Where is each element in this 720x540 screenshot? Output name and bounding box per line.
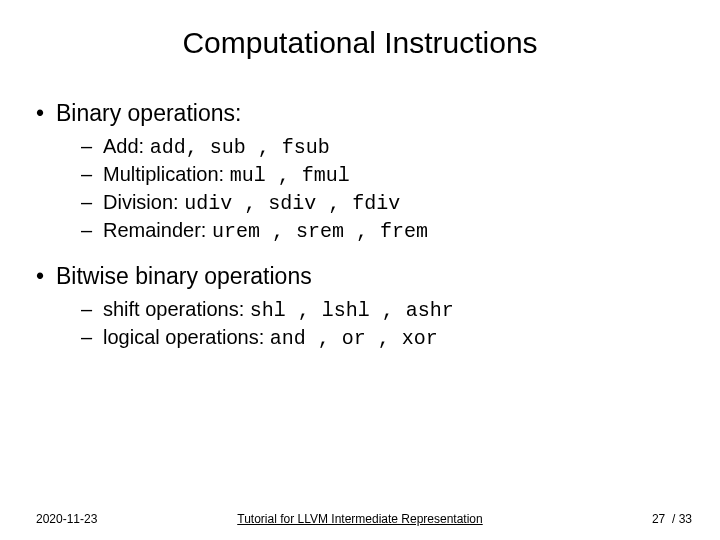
subitem-codes: mul , fmul <box>230 164 350 187</box>
bullet-dot-icon: • <box>36 100 56 127</box>
subitem-div: –Division: udiv , sdiv , fdiv <box>81 189 454 217</box>
footer-subtitle: Tutorial for LLVM Intermediate Represent… <box>0 512 720 526</box>
subitem-label: logical operations: <box>103 326 264 348</box>
subitem-shift: –shift operations: shl , lshl , ashr <box>81 296 454 324</box>
dash-icon: – <box>81 133 103 159</box>
dash-icon: – <box>81 161 103 187</box>
footer-page: 27 / 33 <box>652 512 692 526</box>
slide-content: •Binary operations: –Add: add, sub , fsu… <box>36 100 454 352</box>
subitem-mul: –Multiplication: mul , fmul <box>81 161 454 189</box>
slide: Computational Instructions •Binary opera… <box>0 0 720 540</box>
bullet-dot-icon: • <box>36 263 56 290</box>
subitem-codes: and , or , xor <box>270 327 438 350</box>
slide-title: Computational Instructions <box>0 26 720 60</box>
bullet-text: Binary operations: <box>56 100 241 126</box>
page-current: 27 <box>652 512 665 526</box>
subitem-add: –Add: add, sub , fsub <box>81 133 454 161</box>
page-sep: / <box>665 512 678 526</box>
subitem-codes: urem , srem , frem <box>212 220 428 243</box>
footer: 2020-11-23 Tutorial for LLVM Intermediat… <box>0 506 720 526</box>
subitem-rem: –Remainder: urem , srem , frem <box>81 217 454 245</box>
subitem-label: Multiplication: <box>103 163 224 185</box>
subitem-label: Add: <box>103 135 144 157</box>
subitem-label: Division: <box>103 191 179 213</box>
subitem-label: shift operations: <box>103 298 244 320</box>
dash-icon: – <box>81 189 103 215</box>
subitem-codes: shl , lshl , ashr <box>250 299 454 322</box>
bullet-bitwise-ops: •Bitwise binary operations <box>36 263 454 290</box>
dash-icon: – <box>81 296 103 322</box>
subitem-label: Remainder: <box>103 219 206 241</box>
subitem-codes: udiv , sdiv , fdiv <box>184 192 400 215</box>
subitem-codes: add, sub , fsub <box>150 136 330 159</box>
bullet-binary-ops: •Binary operations: <box>36 100 454 127</box>
bullet-text: Bitwise binary operations <box>56 263 312 289</box>
dash-icon: – <box>81 217 103 243</box>
page-total: 33 <box>679 512 692 526</box>
subitem-logical: –logical operations: and , or , xor <box>81 324 454 352</box>
dash-icon: – <box>81 324 103 350</box>
